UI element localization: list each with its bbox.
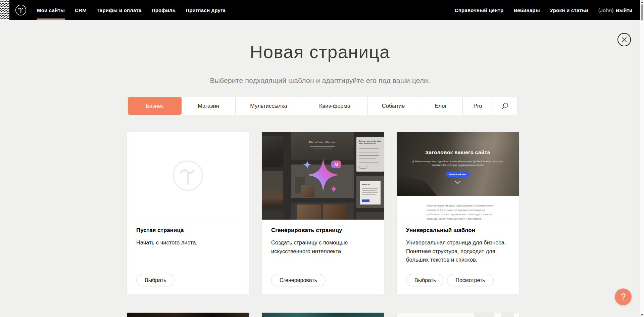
search-icon <box>501 102 509 110</box>
card-description: Создать страницу с помощью искусственног… <box>271 238 372 256</box>
preview-site-title: Title of Your Website <box>291 141 354 144</box>
template-cards-row: Пустая страница Начать с чистого листа. … <box>127 132 519 295</box>
tab-blog[interactable]: Блог <box>419 97 463 115</box>
page-scrollbar[interactable] <box>640 0 644 317</box>
secondary-menu: Справочный центр Вебинары Уроки и статьи… <box>445 0 632 20</box>
card-preview-partial <box>262 313 384 317</box>
user-name: (John) <box>598 7 614 13</box>
nav-item-crm[interactable]: CRM <box>75 0 87 20</box>
laptop-shape <box>397 169 437 196</box>
choose-button[interactable]: Выбрать <box>406 274 444 286</box>
card-title: Пустая страница <box>136 227 184 234</box>
preview-service-title: Get your house in order with a smart cle… <box>359 140 381 145</box>
template-preview: Заголовок вашего сайта Добавьте интересн… <box>397 132 519 220</box>
nav-item-profile[interactable]: Профиль <box>152 0 176 20</box>
blank-page-preview <box>127 132 249 220</box>
scrollbar-thumb[interactable] <box>641 4 643 20</box>
tilda-logo-watermark-icon <box>172 160 204 192</box>
template-subheading: Добавьте интересные подробности о вашей … <box>411 160 504 167</box>
tilda-logo-icon[interactable] <box>15 4 27 16</box>
tab-search[interactable] <box>493 97 517 115</box>
top-navbar: Мои сайты CRM Тарифы и оплата Профиль Пр… <box>0 0 640 20</box>
scroll-down-arrow-icon[interactable] <box>641 314 643 316</box>
choose-button[interactable]: Выбрать <box>136 274 175 286</box>
tab-quiz-form[interactable]: Квиз-форма <box>302 97 368 115</box>
nav-item-lessons[interactable]: Уроки и статьи <box>550 0 588 20</box>
preview-photo-tile <box>262 136 283 167</box>
template-cards-row-2 <box>127 313 519 317</box>
preview-about-tile: About us <box>356 176 384 208</box>
template-cta-button: Целевое действие <box>446 172 469 177</box>
template-category-tabs: Бизнес Магазин Мультиссылка Квиз-форма С… <box>128 97 517 115</box>
user-logout[interactable]: (John) Выйти <box>598 0 632 20</box>
card-preview-partial <box>397 313 519 317</box>
view-button[interactable]: Посмотреть <box>447 274 493 286</box>
logout-link[interactable]: Выйти <box>616 7 632 13</box>
help-button[interactable]: ? <box>615 288 632 305</box>
nav-item-webinars[interactable]: Вебинары <box>513 0 540 20</box>
nav-item-my-sites[interactable]: Мои сайты <box>37 0 65 20</box>
tab-multilink[interactable]: Мультиссылка <box>236 97 302 115</box>
main-menu: Мои сайты CRM Тарифы и оплата Профиль Пр… <box>37 0 236 20</box>
preview-text-card-tile: Get your house in order with a smart cle… <box>356 137 384 172</box>
scroll-up-arrow-icon[interactable] <box>641 1 643 3</box>
preview-photo-tile <box>262 210 283 220</box>
zigzag-pattern <box>0 0 9 20</box>
nav-item-help-center[interactable]: Справочный центр <box>455 0 504 20</box>
preview-photo-tile <box>356 212 384 220</box>
card-title: Универсальный шаблон <box>406 227 475 234</box>
ai-sparkle-small-icon <box>330 185 338 193</box>
template-heading: Заголовок вашего сайта <box>397 149 519 155</box>
card-description: Начать с чистого листа. <box>136 238 241 247</box>
card-title: Сгенерировать страницу <box>271 227 342 234</box>
tab-pro[interactable]: Pro <box>463 97 493 115</box>
page-subtitle: Выберите подходящий шаблон и адаптируйте… <box>0 77 640 85</box>
card-universal-template: Заголовок вашего сайта Добавьте интересн… <box>397 132 519 295</box>
nav-item-pricing[interactable]: Тарифы и оплата <box>97 0 142 20</box>
nav-item-invite-friend[interactable]: Пригласи друга <box>186 0 226 20</box>
template-text-section: Коротко представьтесь и расскажите о ком… <box>397 196 519 220</box>
card-description: Универсальная страница для бизнеса. Поня… <box>406 238 517 264</box>
preview-photo-tile <box>262 171 283 206</box>
card-preview-partial <box>127 313 249 317</box>
preview-photos-tile <box>291 202 354 220</box>
ai-badge: AI <box>331 161 341 168</box>
page-title: Новая страница <box>0 42 640 62</box>
card-blank-page: Пустая страница Начать с чистого листа. … <box>127 132 249 295</box>
chevron-down-icon <box>455 181 460 184</box>
tab-store[interactable]: Магазин <box>182 97 236 115</box>
preview-hero-tile: Title of Your Website <box>291 132 354 160</box>
generate-button[interactable]: Сгенерировать <box>271 274 326 286</box>
template-hero-image: Заголовок вашего сайта Добавьте интересн… <box>397 132 519 196</box>
template-paragraph: Коротко представьтесь и расскажите о ком… <box>427 203 493 220</box>
preview-about-title: About us <box>362 183 370 185</box>
card-ai-generate: Title of Your Website Get your house in … <box>262 132 384 295</box>
ai-preview: Title of Your Website Get your house in … <box>262 132 384 220</box>
tab-business[interactable]: Бизнес <box>128 97 182 115</box>
tab-event[interactable]: Событие <box>368 97 419 115</box>
